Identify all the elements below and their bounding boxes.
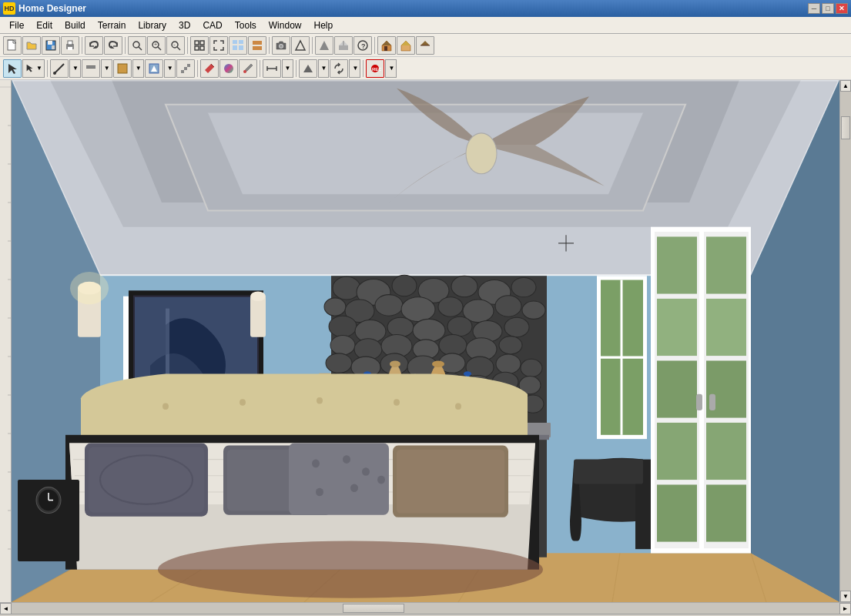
wall-tool[interactable] <box>82 59 100 78</box>
svg-rect-60 <box>0 87 12 595</box>
scroll-down-button[interactable]: ▼ <box>840 591 851 602</box>
scroll-thumb[interactable] <box>841 116 850 139</box>
bottom-scrollbar[interactable]: ◄ ► <box>0 602 851 614</box>
print-button[interactable] <box>61 36 79 55</box>
scroll-track[interactable] <box>840 92 851 591</box>
wall-dropdown[interactable]: ▼ <box>101 59 112 78</box>
texture-tool[interactable] <box>219 59 238 78</box>
house-button[interactable] <box>377 36 396 55</box>
save-tool[interactable] <box>145 59 163 78</box>
zoom-out-button[interactable]: - <box>166 36 185 55</box>
svg-point-149 <box>466 357 494 378</box>
open-button[interactable] <box>22 36 41 55</box>
zoom-magnify-button[interactable] <box>128 36 146 55</box>
svg-rect-190 <box>696 394 702 410</box>
select-tool[interactable] <box>3 59 22 78</box>
scroll-left-button[interactable]: ◄ <box>0 603 12 614</box>
record-dropdown[interactable]: ▼ <box>385 59 397 78</box>
up-arrow-button[interactable] <box>315 36 333 55</box>
record-button[interactable]: REC <box>366 59 384 78</box>
menu-edit[interactable]: Edit <box>30 18 59 32</box>
menu-build[interactable]: Build <box>59 18 92 32</box>
svg-point-135 <box>473 321 502 343</box>
svg-rect-18 <box>200 41 204 45</box>
room-tool[interactable] <box>113 59 132 78</box>
cursor-dropdown[interactable]: ▼ <box>22 59 45 78</box>
room-dropdown[interactable]: ▼ <box>132 59 144 78</box>
svg-point-112 <box>320 524 343 534</box>
save-button[interactable] <box>42 36 60 55</box>
svg-point-119 <box>451 276 477 297</box>
svg-point-146 <box>380 353 408 375</box>
svg-point-113 <box>309 423 355 455</box>
right-scrollbar[interactable]: ▲ ▼ <box>839 80 851 602</box>
tile-button[interactable] <box>229 36 247 55</box>
rotate-tool[interactable] <box>330 59 348 78</box>
svg-point-136 <box>504 317 529 336</box>
svg-point-147 <box>407 356 438 379</box>
rotate-dropdown[interactable]: ▼ <box>349 59 360 78</box>
walk-view-button[interactable] <box>291 36 310 55</box>
line-dropdown[interactable]: ▼ <box>69 59 81 78</box>
svg-rect-99 <box>187 399 244 494</box>
menu-3d[interactable]: 3D <box>173 18 196 32</box>
save-tool-dropdown[interactable]: ▼ <box>164 59 176 78</box>
new-button[interactable] <box>3 36 22 55</box>
stairs-tool[interactable] <box>176 59 195 78</box>
menu-window[interactable]: Window <box>263 18 308 32</box>
menu-help[interactable]: Help <box>307 18 339 32</box>
svg-marker-110 <box>304 373 350 430</box>
viewport[interactable] <box>12 80 839 602</box>
undo-button[interactable] <box>85 36 103 55</box>
dimension-dropdown[interactable]: ▼ <box>282 59 293 78</box>
full-screen-button[interactable] <box>209 36 228 55</box>
menu-file[interactable]: File <box>3 18 30 32</box>
camera-button[interactable] <box>272 36 290 55</box>
svg-rect-209 <box>89 447 204 513</box>
hscroll-track[interactable] <box>12 603 839 614</box>
svg-rect-179 <box>704 232 749 548</box>
grid-button[interactable] <box>248 36 266 55</box>
menu-tools[interactable]: Tools <box>229 18 263 32</box>
svg-point-151 <box>521 359 542 377</box>
hscroll-thumb[interactable] <box>343 604 404 613</box>
svg-marker-74 <box>12 80 839 276</box>
separator-t2-5 <box>363 60 364 77</box>
menu-cad[interactable]: CAD <box>196 18 228 32</box>
svg-rect-102 <box>135 297 257 513</box>
svg-point-134 <box>447 316 472 336</box>
dimension-tool[interactable] <box>263 59 281 78</box>
menu-terrain[interactable]: Terrain <box>92 18 132 32</box>
svg-point-138 <box>354 339 382 360</box>
close-button[interactable]: ✕ <box>836 3 848 14</box>
scroll-right-button[interactable]: ► <box>839 603 851 614</box>
floor-button[interactable] <box>397 36 415 55</box>
svg-point-143 <box>499 336 522 354</box>
maximize-button[interactable]: □ <box>822 3 834 14</box>
svg-line-90 <box>612 553 620 602</box>
zoom-in-button[interactable]: + <box>147 36 166 55</box>
svg-point-81 <box>466 133 497 174</box>
roof-button[interactable] <box>416 36 434 55</box>
svg-rect-114 <box>331 276 547 557</box>
separator-1 <box>82 37 82 54</box>
svg-rect-48 <box>187 64 190 67</box>
svg-point-123 <box>345 300 374 323</box>
svg-rect-4 <box>48 41 52 45</box>
3d-view-button[interactable] <box>334 36 353 55</box>
svg-point-117 <box>392 275 417 296</box>
line-tool[interactable] <box>50 59 69 78</box>
up-nav-button[interactable] <box>299 59 317 78</box>
minimize-button[interactable]: ─ <box>808 3 820 14</box>
fit-view-button[interactable] <box>190 36 209 55</box>
scroll-up-button[interactable]: ▲ <box>840 80 851 92</box>
redo-button[interactable] <box>104 36 122 55</box>
menu-library[interactable]: Library <box>132 18 173 32</box>
svg-text:REC: REC <box>372 67 381 72</box>
eyedropper-tool[interactable] <box>239 59 257 78</box>
question-button[interactable]: ? <box>353 36 372 55</box>
paint-tool[interactable] <box>200 59 219 78</box>
svg-point-104 <box>181 382 212 431</box>
svg-rect-189 <box>706 484 746 541</box>
nav-dropdown[interactable]: ▼ <box>318 59 330 78</box>
